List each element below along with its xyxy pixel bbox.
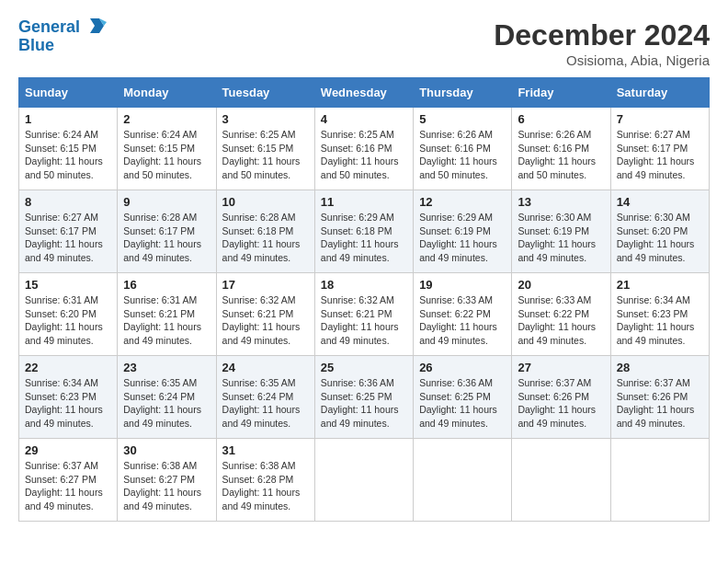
day-number: 11	[321, 195, 407, 209]
calendar-cell: 14Sunrise: 6:30 AMSunset: 6:20 PMDayligh…	[610, 190, 709, 273]
day-number: 15	[25, 278, 111, 292]
calendar-cell	[610, 439, 709, 522]
calendar-cell: 26Sunrise: 6:36 AMSunset: 6:25 PMDayligh…	[414, 356, 512, 439]
day-number: 19	[419, 278, 506, 292]
page-header: General Blue December 2024 Osisioma, Abi…	[18, 18, 710, 68]
week-row-4: 22Sunrise: 6:34 AMSunset: 6:23 PMDayligh…	[19, 356, 710, 439]
calendar-cell: 11Sunrise: 6:29 AMSunset: 6:18 PMDayligh…	[314, 190, 413, 273]
day-number: 22	[25, 361, 111, 374]
day-number: 1	[25, 112, 111, 126]
day-number: 28	[617, 361, 703, 374]
day-number: 14	[617, 195, 703, 209]
calendar-cell: 2Sunrise: 6:24 AMSunset: 6:15 PMDaylight…	[118, 108, 216, 190]
day-info: Sunrise: 6:25 AMSunset: 6:16 PMDaylight:…	[321, 128, 407, 182]
calendar-cell: 27Sunrise: 6:37 AMSunset: 6:26 PMDayligh…	[512, 356, 610, 439]
day-info: Sunrise: 6:38 AMSunset: 6:27 PMDaylight:…	[123, 459, 210, 513]
day-info: Sunrise: 6:27 AMSunset: 6:17 PMDaylight:…	[617, 128, 703, 182]
day-number: 26	[419, 361, 506, 374]
location: Osisioma, Abia, Nigeria	[494, 52, 710, 68]
day-info: Sunrise: 6:28 AMSunset: 6:18 PMDaylight:…	[222, 211, 309, 265]
month-title: December 2024	[494, 18, 710, 52]
calendar-cell: 19Sunrise: 6:33 AMSunset: 6:22 PMDayligh…	[414, 273, 512, 356]
day-info: Sunrise: 6:26 AMSunset: 6:16 PMDaylight:…	[419, 128, 506, 182]
day-info: Sunrise: 6:32 AMSunset: 6:21 PMDaylight:…	[321, 293, 407, 348]
calendar-cell	[414, 439, 512, 522]
title-section: December 2024 Osisioma, Abia, Nigeria	[494, 18, 710, 68]
day-number: 18	[321, 278, 407, 292]
day-number: 5	[419, 112, 506, 126]
day-number: 10	[222, 195, 309, 209]
calendar-cell: 3Sunrise: 6:25 AMSunset: 6:15 PMDaylight…	[216, 108, 314, 190]
day-info: Sunrise: 6:36 AMSunset: 6:25 PMDaylight:…	[321, 376, 407, 431]
calendar-cell: 4Sunrise: 6:25 AMSunset: 6:16 PMDaylight…	[314, 108, 413, 190]
calendar-cell: 17Sunrise: 6:32 AMSunset: 6:21 PMDayligh…	[216, 273, 314, 356]
day-info: Sunrise: 6:31 AMSunset: 6:21 PMDaylight:…	[123, 293, 210, 348]
day-number: 2	[123, 112, 210, 126]
day-number: 27	[518, 361, 604, 374]
day-number: 6	[518, 112, 604, 126]
calendar-cell: 29Sunrise: 6:37 AMSunset: 6:27 PMDayligh…	[19, 439, 118, 522]
calendar-cell: 31Sunrise: 6:38 AMSunset: 6:28 PMDayligh…	[216, 439, 314, 522]
day-info: Sunrise: 6:29 AMSunset: 6:19 PMDaylight:…	[419, 211, 506, 265]
week-row-1: 1Sunrise: 6:24 AMSunset: 6:15 PMDaylight…	[19, 108, 710, 190]
day-info: Sunrise: 6:37 AMSunset: 6:26 PMDaylight:…	[518, 376, 604, 431]
day-info: Sunrise: 6:32 AMSunset: 6:21 PMDaylight:…	[222, 293, 309, 348]
day-header-wednesday: Wednesday	[314, 78, 413, 108]
day-number: 20	[518, 278, 604, 292]
day-info: Sunrise: 6:34 AMSunset: 6:23 PMDaylight:…	[617, 293, 703, 348]
calendar-cell: 10Sunrise: 6:28 AMSunset: 6:18 PMDayligh…	[216, 190, 314, 273]
day-info: Sunrise: 6:30 AMSunset: 6:20 PMDaylight:…	[617, 211, 703, 265]
day-info: Sunrise: 6:26 AMSunset: 6:16 PMDaylight:…	[518, 128, 604, 182]
day-header-thursday: Thursday	[414, 78, 512, 108]
day-header-saturday: Saturday	[610, 78, 709, 108]
day-info: Sunrise: 6:36 AMSunset: 6:25 PMDaylight:…	[419, 376, 506, 431]
day-info: Sunrise: 6:29 AMSunset: 6:18 PMDaylight:…	[321, 211, 407, 265]
logo: General Blue	[18, 18, 107, 55]
calendar-cell: 5Sunrise: 6:26 AMSunset: 6:16 PMDaylight…	[414, 108, 512, 190]
week-row-5: 29Sunrise: 6:37 AMSunset: 6:27 PMDayligh…	[19, 439, 710, 522]
calendar-cell: 18Sunrise: 6:32 AMSunset: 6:21 PMDayligh…	[314, 273, 413, 356]
day-number: 7	[617, 112, 703, 126]
logo-text2: Blue	[18, 37, 107, 55]
calendar-cell	[512, 439, 610, 522]
calendar-cell: 7Sunrise: 6:27 AMSunset: 6:17 PMDaylight…	[610, 108, 709, 190]
day-number: 4	[321, 112, 407, 126]
calendar-cell: 23Sunrise: 6:35 AMSunset: 6:24 PMDayligh…	[118, 356, 216, 439]
day-info: Sunrise: 6:37 AMSunset: 6:26 PMDaylight:…	[617, 376, 703, 431]
calendar-cell: 1Sunrise: 6:24 AMSunset: 6:15 PMDaylight…	[19, 108, 118, 190]
day-info: Sunrise: 6:33 AMSunset: 6:22 PMDaylight:…	[518, 293, 604, 348]
calendar-cell: 30Sunrise: 6:38 AMSunset: 6:27 PMDayligh…	[118, 439, 216, 522]
day-number: 13	[518, 195, 604, 209]
calendar: SundayMondayTuesdayWednesdayThursdayFrid…	[18, 77, 710, 522]
calendar-cell: 22Sunrise: 6:34 AMSunset: 6:23 PMDayligh…	[19, 356, 118, 439]
day-number: 31	[222, 443, 309, 457]
day-info: Sunrise: 6:24 AMSunset: 6:15 PMDaylight:…	[25, 128, 111, 182]
day-number: 25	[321, 361, 407, 374]
calendar-cell: 15Sunrise: 6:31 AMSunset: 6:20 PMDayligh…	[19, 273, 118, 356]
day-header-monday: Monday	[118, 78, 216, 108]
day-info: Sunrise: 6:33 AMSunset: 6:22 PMDaylight:…	[419, 293, 506, 348]
calendar-cell: 6Sunrise: 6:26 AMSunset: 6:16 PMDaylight…	[512, 108, 610, 190]
day-info: Sunrise: 6:31 AMSunset: 6:20 PMDaylight:…	[25, 293, 111, 348]
calendar-cell: 12Sunrise: 6:29 AMSunset: 6:19 PMDayligh…	[414, 190, 512, 273]
day-number: 3	[222, 112, 309, 126]
calendar-cell: 24Sunrise: 6:35 AMSunset: 6:24 PMDayligh…	[216, 356, 314, 439]
day-info: Sunrise: 6:24 AMSunset: 6:15 PMDaylight:…	[123, 128, 210, 182]
day-number: 16	[123, 278, 210, 292]
calendar-cell	[314, 439, 413, 522]
logo-text: General	[18, 18, 107, 37]
day-number: 17	[222, 278, 309, 292]
calendar-cell: 28Sunrise: 6:37 AMSunset: 6:26 PMDayligh…	[610, 356, 709, 439]
day-number: 21	[617, 278, 703, 292]
day-info: Sunrise: 6:34 AMSunset: 6:23 PMDaylight:…	[25, 376, 111, 431]
day-info: Sunrise: 6:28 AMSunset: 6:17 PMDaylight:…	[123, 211, 210, 265]
calendar-cell: 20Sunrise: 6:33 AMSunset: 6:22 PMDayligh…	[512, 273, 610, 356]
week-row-2: 8Sunrise: 6:27 AMSunset: 6:17 PMDaylight…	[19, 190, 710, 273]
day-number: 23	[123, 361, 210, 374]
calendar-cell: 8Sunrise: 6:27 AMSunset: 6:17 PMDaylight…	[19, 190, 118, 273]
day-number: 12	[419, 195, 506, 209]
day-header-friday: Friday	[512, 78, 610, 108]
day-number: 8	[25, 195, 111, 209]
day-number: 9	[123, 195, 210, 209]
day-number: 24	[222, 361, 309, 374]
